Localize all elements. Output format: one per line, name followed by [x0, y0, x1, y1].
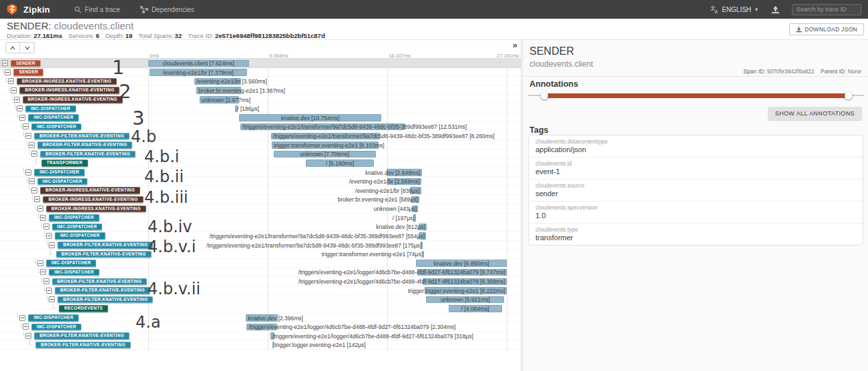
- collapse-toggle[interactable]: [46, 233, 52, 239]
- service-chip[interactable]: BROKER-INGRESS.KNATIVE-EVENTING: [23, 96, 123, 103]
- collapse-toggle[interactable]: [8, 78, 14, 84]
- collapse-toggle[interactable]: [34, 196, 40, 202]
- service-chip[interactable]: IMC-DISPATCHER: [28, 114, 79, 121]
- service-chip[interactable]: BROKER-FILTER.KNATIVE-EVENTING: [57, 296, 153, 304]
- trace-row[interactable]: BROKER-FILTER.KNATIVE-EVENTING/triggers/…: [0, 277, 521, 286]
- collapse-toggle[interactable]: [49, 296, 55, 302]
- trace-row[interactable]: IMC-DISPATCHER/triggers/eventing-e2e1/tr…: [0, 122, 521, 131]
- trace-row[interactable]: BROKER-FILTER.KNATIVE-EVENTINGtrigger:tr…: [0, 141, 521, 150]
- service-chip[interactable]: IMC-DISPATCHER: [52, 224, 103, 231]
- trace-row[interactable]: BROKER-INGRESS.KNATIVE-EVENTINGunknown […: [0, 95, 521, 105]
- trace-row[interactable]: IMC-DISPATCHERknative.dev [10.754ms]: [0, 113, 521, 123]
- collapse-toggle[interactable]: [25, 333, 31, 339]
- service-chip[interactable]: BROKER-FILTER.KNATIVE-EVENTING: [34, 133, 130, 140]
- language-selector[interactable]: 文 A ENGLISH ▼: [710, 5, 759, 13]
- trace-row[interactable]: IMC-DISPATCHER/triggers/eventing-e2e1/lo…: [0, 268, 521, 277]
- collapse-toggle[interactable]: [19, 115, 25, 121]
- service-chip[interactable]: BROKER-FILTER.KNATIVE-EVENTING: [52, 278, 148, 286]
- trace-row[interactable]: IMC-DISPATCHER/eventing-e2e1/br [2.569ms…: [0, 177, 521, 186]
- trace-row[interactable]: BROKER-FILTER.KNATIVE-EVENTINGunknown [7…: [0, 149, 521, 159]
- collapse-toggle[interactable]: [43, 278, 49, 284]
- trace-row[interactable]: SENDER/eventing-e2e1/br [7.379ms]: [0, 68, 521, 77]
- collapse-toggle[interactable]: [2, 60, 8, 66]
- trace-row[interactable]: BROKER-INGRESS.KNATIVE-EVENTINGbroker:br…: [0, 195, 521, 204]
- service-chip[interactable]: BROKER-FILTER.KNATIVE-EVENTING: [57, 242, 153, 249]
- trace-row[interactable]: IMC-DISPATCHERknative.dev [612µs]: [0, 222, 521, 232]
- service-chip[interactable]: IMC-DISPATCHER: [46, 260, 97, 267]
- collapse-toggle[interactable]: [25, 169, 31, 175]
- service-chip[interactable]: IMC-DISPATCHER: [25, 105, 76, 113]
- collapse-toggle[interactable]: [40, 215, 46, 221]
- collapse-toggle[interactable]: [43, 224, 49, 230]
- service-chip[interactable]: BROKER-FILTER.KNATIVE-EVENTING: [35, 342, 131, 349]
- download-json-button[interactable]: DOWNLOAD JSON: [789, 23, 864, 35]
- trace-row[interactable]: BROKER-FILTER.KNATIVE-EVENTING/triggers/…: [0, 131, 521, 141]
- trace-row[interactable]: BROKER-FILTER.KNATIVE-EVENTINGunknown [5…: [0, 295, 521, 304]
- service-chip[interactable]: BROKER-INGRESS.KNATIVE-EVENTING: [40, 187, 140, 194]
- trace-row[interactable]: BROKER-FILTER.KNATIVE-EVENTING/triggers/…: [0, 332, 521, 341]
- collapse-toggle[interactable]: [29, 142, 35, 148]
- trace-row[interactable]: BROKER-INGRESS.KNATIVE-EVENTING/eventing…: [0, 77, 521, 86]
- collapse-toggle[interactable]: [11, 87, 17, 93]
- trace-row[interactable]: BROKER-FILTER.KNATIVE-EVENTINGtrigger:lo…: [0, 340, 521, 350]
- trace-row[interactable]: IMC-DISPATCHER/ [186µs]: [0, 104, 521, 113]
- trace-row[interactable]: IMC-DISPATCHERknative.dev [6.850ms]: [0, 259, 521, 268]
- show-all-annotations-button[interactable]: SHOW ALL ANNOTATIONS: [768, 107, 862, 120]
- collapse-toggle[interactable]: [40, 269, 46, 275]
- collapse-toggle[interactable]: [37, 260, 43, 266]
- service-chip[interactable]: BROKER-FILTER.KNATIVE-EVENTING: [34, 332, 130, 340]
- collapse-toggle[interactable]: [19, 315, 25, 321]
- collapse-toggle[interactable]: [23, 324, 29, 330]
- collapse-toggle[interactable]: [14, 97, 20, 103]
- slider-handle-left[interactable]: [541, 92, 548, 99]
- service-chip[interactable]: BROKER-FILTER.KNATIVE-EVENTING: [56, 251, 152, 258]
- service-chip[interactable]: IMC-DISPATCHER: [49, 269, 99, 276]
- collapse-toggle[interactable]: [31, 151, 37, 157]
- collapse-toggle[interactable]: [25, 133, 31, 139]
- service-chip[interactable]: IMC-DISPATCHER: [34, 169, 85, 176]
- trace-row[interactable]: BROKER-INGRESS.KNATIVE-EVENTINGunknown […: [0, 204, 521, 214]
- trace-row[interactable]: SENDERcloudevents.client [7.624ms]: [0, 59, 521, 68]
- search-input[interactable]: [792, 4, 861, 15]
- service-chip[interactable]: BROKER-INGRESS.KNATIVE-EVENTING: [43, 196, 143, 204]
- collapse-toggle[interactable]: [23, 123, 29, 129]
- service-chip[interactable]: TRANSFORMER: [41, 159, 88, 167]
- collapse-toggle[interactable]: [46, 288, 52, 294]
- collapse-toggle[interactable]: [49, 242, 55, 248]
- service-chip[interactable]: BROKER-INGRESS.KNATIVE-EVENTING: [17, 78, 117, 85]
- trace-row[interactable]: RECORDEVENTS/ [4.064ms]: [0, 304, 521, 314]
- collapse-toggle[interactable]: [37, 206, 43, 212]
- service-chip[interactable]: BROKER-FILTER.KNATIVE-EVENTING: [40, 151, 136, 158]
- trace-row[interactable]: BROKER-INGRESS.KNATIVE-EVENTINGbroker:br…: [0, 86, 521, 95]
- nav-dependencies[interactable]: Dependencies: [140, 6, 194, 13]
- trace-row[interactable]: BROKER-INGRESS.KNATIVE-EVENTING/eventing…: [0, 186, 521, 196]
- service-chip[interactable]: IMC-DISPATCHER: [37, 178, 88, 186]
- service-chip[interactable]: SENDER: [11, 60, 41, 67]
- trace-row[interactable]: BROKER-FILTER.KNATIVE-EVENTINGtrigger:lo…: [0, 286, 521, 296]
- nav-find-a-trace[interactable]: Find a trace: [74, 6, 120, 13]
- service-chip[interactable]: SENDER: [13, 69, 43, 76]
- service-chip[interactable]: BROKER-INGRESS.KNATIVE-EVENTING: [46, 206, 146, 213]
- trace-row[interactable]: IMC-DISPATCHER/ [197µs]: [0, 214, 521, 223]
- collapse-detail-icon[interactable]: »: [513, 40, 517, 50]
- upload-icon[interactable]: [771, 5, 780, 14]
- service-chip[interactable]: BROKER-FILTER.KNATIVE-EVENTING: [55, 287, 150, 294]
- trace-row[interactable]: TRANSFORMER/ [5.160ms]: [0, 159, 521, 168]
- service-chip[interactable]: IMC-DISPATCHER: [28, 314, 79, 322]
- trace-row[interactable]: BROKER-FILTER.KNATIVE-EVENTINGtrigger:tr…: [0, 250, 521, 259]
- slider-handle-right[interactable]: [845, 92, 852, 99]
- service-chip[interactable]: RECORDEVENTS: [59, 305, 108, 312]
- trace-row[interactable]: IMC-DISPATCHER/triggers/eventing-e2e1/lo…: [0, 322, 521, 332]
- trace-row[interactable]: IMC-DISPATCHER/triggers/eventing-e2e1/tr…: [0, 232, 521, 241]
- service-chip[interactable]: IMC-DISPATCHER: [31, 324, 82, 331]
- trace-row[interactable]: IMC-DISPATCHERknative.dev [2.648ms]: [0, 168, 521, 177]
- collapse-toggle[interactable]: [29, 178, 35, 184]
- service-chip[interactable]: IMC-DISPATCHER: [31, 123, 82, 131]
- trace-row[interactable]: IMC-DISPATCHERknative.dev [2.396ms]: [0, 314, 521, 323]
- collapse-toggle[interactable]: [5, 69, 11, 75]
- service-chip[interactable]: BROKER-FILTER.KNATIVE-EVENTING: [37, 141, 133, 149]
- collapse-toggle[interactable]: [17, 105, 23, 111]
- trace-row[interactable]: BROKER-FILTER.KNATIVE-EVENTING/triggers/…: [0, 241, 521, 250]
- service-chip[interactable]: IMC-DISPATCHER: [55, 232, 105, 240]
- service-chip[interactable]: BROKER-INGRESS.KNATIVE-EVENTING: [19, 87, 120, 94]
